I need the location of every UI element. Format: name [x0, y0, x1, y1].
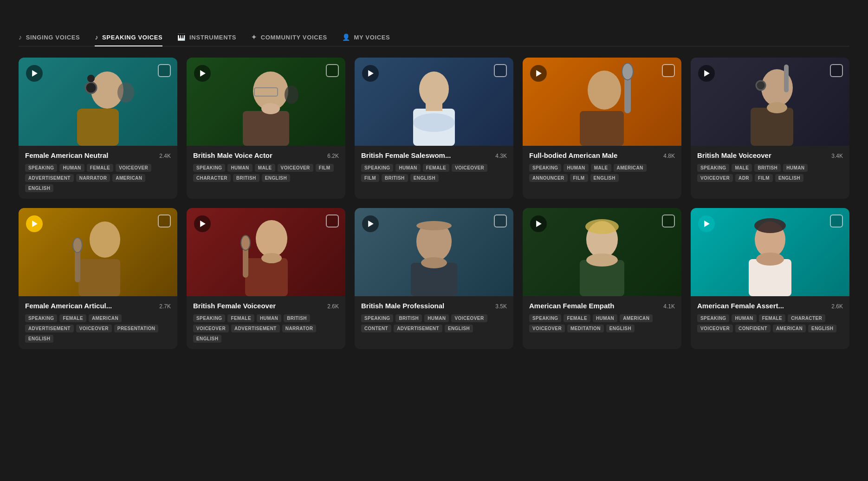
voice-card[interactable]: British Male Voiceover 3.4K SPEAKINGMALE…: [691, 58, 849, 199]
voice-card[interactable]: British Male Voice Actor 6.2K SPEAKINGHU…: [187, 58, 345, 199]
voice-tag: VOICEOVER: [451, 314, 487, 322]
voice-count: 4.1K: [663, 303, 675, 310]
voice-tags: SPEAKINGFEMALEAMERICANADVERTISEMENTVOICE…: [25, 314, 171, 343]
tab-singing[interactable]: ♪ SINGING VOICES: [19, 29, 80, 46]
voice-tag: VOICEOVER: [76, 325, 112, 332]
svg-marker-53: [704, 221, 710, 227]
voice-tag: FILM: [361, 174, 379, 182]
close-button[interactable]: [842, 14, 849, 18]
voice-tag: SPEAKING: [25, 314, 57, 322]
voice-card[interactable]: British Male Professional 3.5K SPEAKINGB…: [355, 208, 513, 349]
voice-name: Female American Neutral: [25, 151, 109, 159]
voice-card[interactable]: American Female Empath 4.1K SPEAKINGFEMA…: [523, 208, 681, 349]
svg-marker-5: [32, 70, 38, 77]
play-button[interactable]: [530, 65, 547, 82]
play-button[interactable]: [26, 65, 43, 82]
voice-tag: FEMALE: [564, 314, 590, 322]
play-button[interactable]: [362, 215, 379, 232]
voice-tag: AMERICAN: [620, 314, 653, 322]
select-checkbox[interactable]: [494, 64, 507, 77]
play-button[interactable]: [530, 215, 547, 232]
tab-speaking[interactable]: ♪ SPEAKING VOICES: [95, 29, 162, 46]
voice-info: British Male Voice Actor 6.2K SPEAKINGHU…: [187, 146, 345, 188]
voice-card[interactable]: Female American Articul... 2.7K SPEAKING…: [19, 208, 177, 349]
tab-community[interactable]: ✦ COMMUNITY VOICES: [251, 29, 327, 46]
voice-tags: SPEAKINGHUMANFEMALEVOICEOVERFILMBRITISHE…: [361, 164, 507, 182]
voice-card[interactable]: American Female Assert... 2.6K SPEAKINGH…: [691, 208, 849, 349]
voice-image: [187, 208, 345, 296]
voice-tag: ENGLISH: [25, 335, 53, 343]
voice-image: [355, 58, 513, 146]
voice-grid: Female American Neutral 2.4K SPEAKINGHUM…: [19, 58, 849, 349]
voice-tag: SPEAKING: [529, 164, 561, 172]
svg-marker-38: [200, 221, 206, 227]
voice-info: British Female Saleswom... 4.3K SPEAKING…: [355, 146, 513, 188]
svg-rect-1: [77, 109, 119, 146]
voice-tag: ADVERTISEMENT: [231, 325, 280, 332]
play-button[interactable]: [194, 215, 211, 232]
svg-point-51: [756, 253, 784, 266]
voice-tag: FEMALE: [423, 164, 450, 172]
select-checkbox[interactable]: [830, 214, 843, 228]
voice-tag: ENGLISH: [25, 184, 53, 192]
voice-tag: NARRATOR: [282, 325, 317, 332]
voice-card[interactable]: British Female Voiceover 2.6K SPEAKINGFE…: [187, 208, 345, 349]
svg-rect-26: [784, 65, 789, 92]
play-button[interactable]: [698, 215, 715, 232]
voice-image: [523, 208, 681, 296]
select-checkbox[interactable]: [662, 64, 675, 77]
select-checkbox[interactable]: [830, 64, 843, 77]
voice-tag: AMERICAN: [89, 314, 122, 322]
voice-tag: FEMALE: [59, 314, 86, 322]
voice-tag: ENGLISH: [193, 335, 221, 343]
voice-name: British Male Voice Actor: [193, 151, 272, 159]
play-button[interactable]: [194, 65, 211, 82]
voice-card[interactable]: Female American Neutral 2.4K SPEAKINGHUM…: [19, 58, 177, 199]
select-checkbox[interactable]: [158, 214, 171, 228]
voice-info: American Female Assert... 2.6K SPEAKINGH…: [691, 296, 849, 339]
voice-tag: BRITISH: [395, 314, 422, 322]
voice-count: 4.3K: [495, 153, 507, 159]
voice-count: 3.5K: [495, 303, 507, 310]
svg-marker-27: [704, 70, 710, 77]
voice-tag: HUMAN: [395, 164, 420, 172]
voice-count: 4.8K: [663, 153, 675, 159]
tab-instruments[interactable]: 🎹 INSTRUMENTS: [177, 29, 236, 46]
play-button[interactable]: [698, 65, 715, 82]
voice-card[interactable]: Full-bodied American Male 4.8K SPEAKINGH…: [523, 58, 681, 199]
voice-tag: MALE: [591, 164, 611, 172]
svg-point-36: [241, 235, 250, 250]
voice-card[interactable]: British Female Saleswom... 4.3K SPEAKING…: [355, 58, 513, 199]
svg-point-52: [754, 218, 786, 233]
select-checkbox[interactable]: [326, 214, 339, 228]
voice-tag: ENGLISH: [775, 174, 803, 182]
voice-tag: ENGLISH: [262, 174, 290, 182]
svg-point-12: [419, 72, 449, 107]
voice-count: 2.6K: [327, 303, 339, 310]
voice-tag: VOICEOVER: [193, 325, 229, 332]
voice-name: American Female Empath: [529, 302, 614, 310]
select-checkbox[interactable]: [326, 64, 339, 77]
select-checkbox[interactable]: [158, 64, 171, 77]
voice-name: British Male Voiceover: [697, 151, 771, 159]
tab-label: SPEAKING VOICES: [102, 34, 162, 41]
play-button[interactable]: [26, 215, 43, 232]
voice-tag: FEMALE: [87, 164, 114, 172]
voice-tag: VOICEOVER: [697, 174, 733, 182]
voice-tag: ANNOUNCER: [529, 174, 568, 182]
select-checkbox[interactable]: [662, 214, 675, 228]
voice-count: 6.2K: [327, 153, 339, 159]
tab-label: INSTRUMENTS: [189, 34, 236, 41]
tab-my[interactable]: 👤 MY VOICES: [342, 29, 390, 46]
play-button[interactable]: [362, 65, 379, 82]
voice-tag: CONTENT: [361, 325, 391, 332]
voice-tags: SPEAKINGHUMANMALEAMERICANANNOUNCERFILMEN…: [529, 164, 675, 182]
voice-tags: SPEAKINGFEMALEHUMANBRITISHVOICEOVERADVER…: [193, 314, 339, 343]
voice-image: [187, 58, 345, 146]
svg-rect-18: [580, 111, 624, 146]
svg-point-41: [416, 221, 452, 230]
select-checkbox[interactable]: [494, 214, 507, 228]
voice-tags: SPEAKINGFEMALEHUMANAMERICANVOICEOVERMEDI…: [529, 314, 675, 332]
voice-tag: CONFIDENT: [735, 325, 771, 332]
voice-tag: VOICEOVER: [697, 325, 733, 332]
